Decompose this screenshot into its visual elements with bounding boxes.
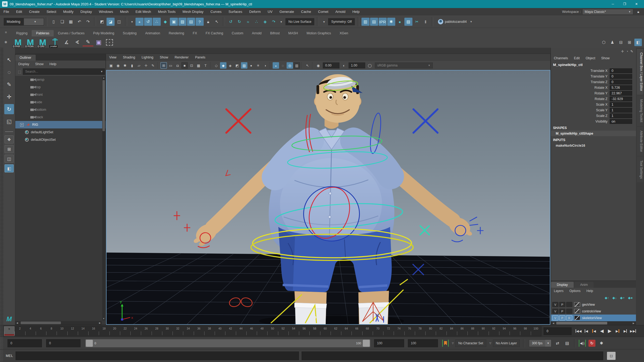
viewport-3d-view[interactable]: y x persp <box>106 70 550 325</box>
scroll-left-icon[interactable]: ◀ <box>551 322 555 324</box>
menu-file[interactable]: File <box>0 10 13 14</box>
menu-uv[interactable]: UV <box>264 10 276 14</box>
channel-row[interactable]: Rotate Z-32.929 <box>551 96 636 102</box>
workspace-dropdown[interactable]: Maya Classic* ▼ <box>582 9 633 15</box>
layer-visibility-toggle[interactable]: V <box>552 309 558 314</box>
panel-grip[interactable] <box>0 325 3 337</box>
snap-to-curve-icon[interactable]: ↺ <box>144 18 152 26</box>
layer-name[interactable]: geoView <box>582 303 595 306</box>
constraint-arrow-icon-2[interactable]: ∢ <box>72 38 83 47</box>
menu-help[interactable]: Help <box>349 10 363 14</box>
time-tick[interactable]: 24 <box>130 326 141 336</box>
shelf-tab-poly-modeling[interactable]: Poly Modeling <box>89 30 119 36</box>
gamma-field[interactable]: 1.00 <box>349 62 365 68</box>
time-tick[interactable]: 68 <box>362 326 373 336</box>
time-tick[interactable]: 44 <box>236 326 246 336</box>
vertical-scrollbar[interactable]: ▲ ▼ <box>102 76 105 320</box>
time-tick[interactable]: 38 <box>204 326 215 336</box>
menu-mesh[interactable]: Mesh <box>116 10 132 14</box>
render-current-frame-icon[interactable]: ▤ <box>370 18 378 26</box>
paint-skin-weights-icon[interactable]: ✎ <box>83 38 93 46</box>
fps-dropdown[interactable]: 300 fps ▼ <box>529 339 551 347</box>
outliner-item-bottom[interactable]: bottom <box>15 106 105 113</box>
isolate-select-icon[interactable]: ◎ <box>287 62 293 69</box>
vp-menu-lighting[interactable]: Lighting <box>138 56 157 59</box>
pause-viewport-icon[interactable]: ‖ <box>422 18 430 26</box>
tab-tool-settings[interactable]: Tool Settings <box>637 157 643 183</box>
ipr-render-icon[interactable]: IPR <box>379 18 387 26</box>
menu-windows[interactable]: Windows <box>95 10 116 14</box>
channel-key-icon[interactable]: ✎ <box>630 49 633 53</box>
animation-start-field[interactable]: 0 <box>8 339 42 347</box>
channel-row[interactable]: Translate Y0 <box>551 73 636 79</box>
time-tick[interactable]: 28 <box>152 326 162 336</box>
time-tick[interactable]: 90 <box>478 326 488 336</box>
undo-icon[interactable]: ↶ <box>75 18 83 26</box>
minimize-button[interactable]: ─ <box>608 1 618 7</box>
dashed-box-icon[interactable]: + <box>106 39 113 46</box>
time-tick[interactable]: 96 <box>510 326 520 336</box>
shelf-item-jamm[interactable]: ⍑ JAMM <box>49 37 61 48</box>
time-tick[interactable]: 46 <box>246 326 257 336</box>
chevron-down-icon[interactable]: ▾ <box>278 18 284 26</box>
time-tick[interactable]: 80 <box>425 326 436 336</box>
script-editor-icon[interactable]: {;} <box>607 352 616 360</box>
save-scene-icon[interactable]: ▦ <box>67 18 75 26</box>
layer-name[interactable]: skeletonView <box>582 316 602 320</box>
humanik-toggle-icon[interactable]: ♟ <box>609 39 616 46</box>
time-tick[interactable]: 84 <box>447 326 457 336</box>
go-to-start-button[interactable]: ◀◀ <box>575 327 582 335</box>
time-tick[interactable]: 20 <box>109 326 120 336</box>
viewport-cursor-icon[interactable]: ↖ <box>304 62 311 69</box>
le-menu-help[interactable]: Help <box>583 289 596 293</box>
tab-attribute-editor[interactable]: Attribute Editor <box>637 127 643 156</box>
channel-value[interactable]: 0 <box>610 74 632 79</box>
exposure-icon[interactable]: ◉ <box>315 62 321 69</box>
input-node-row[interactable]: makeNurbCircle16 <box>551 143 636 148</box>
lasso-select-tool[interactable]: ◌ <box>4 67 14 77</box>
time-tick[interactable]: 56 <box>299 326 309 336</box>
panel-grip[interactable] <box>0 349 3 362</box>
move-tool[interactable]: ✛ <box>4 92 14 102</box>
channel-row[interactable]: Scale X1 <box>551 102 636 107</box>
menu-curves[interactable]: Curves <box>207 10 225 14</box>
select-object-icon[interactable]: ◪ <box>107 18 115 26</box>
smooth-shade-icon[interactable]: ◆ <box>220 62 226 69</box>
menu-edit-mesh[interactable]: Edit Mesh <box>132 10 155 14</box>
select-camera-icon[interactable]: ▣ <box>108 62 114 69</box>
channel-value[interactable]: 5.726 <box>610 85 632 90</box>
shelf-item-dpoin[interactable]: M D POIN <box>24 37 36 48</box>
vp-menu-panels[interactable]: Panels <box>192 56 208 59</box>
cb-menu-object[interactable]: Object <box>583 56 598 60</box>
time-tick[interactable]: 36 <box>194 326 204 336</box>
shelf-tab-motion-graphics[interactable]: Motion Graphics <box>302 30 335 36</box>
menu-modify[interactable]: Modify <box>60 10 77 14</box>
time-tick[interactable]: 2 <box>14 326 25 336</box>
scroll-right-icon[interactable]: ▶ <box>632 322 635 324</box>
time-tick[interactable]: 86 <box>457 326 467 336</box>
vp-menu-renderer[interactable]: Renderer <box>171 56 192 59</box>
layer-color-swatch[interactable] <box>574 316 580 320</box>
scrollbar-thumb[interactable] <box>556 322 607 324</box>
layer-playback-toggle[interactable]: P <box>559 302 565 307</box>
vp-menu-view[interactable]: View <box>106 56 120 59</box>
time-tick[interactable]: 64 <box>341 326 352 336</box>
layer-row-geoview[interactable]: V P geoView <box>551 301 636 308</box>
playback-start-field[interactable]: 0 <box>46 339 80 347</box>
scroll-down-icon[interactable]: ▼ <box>102 317 105 320</box>
menu-set-dropdown[interactable]: Modeling ▼ <box>4 18 44 25</box>
step-forward-key-button[interactable]: ▶ <box>614 327 621 335</box>
shelf-tab-xgen[interactable]: XGen <box>335 30 352 36</box>
channel-row[interactable]: Visibilityon <box>551 119 636 124</box>
current-frame-field[interactable]: 0 <box>544 327 572 335</box>
time-tick[interactable]: 18 <box>99 326 109 336</box>
time-tick[interactable]: 98 <box>520 326 530 336</box>
shadows-icon[interactable]: ◑ <box>262 62 268 69</box>
move-layer-up-icon[interactable]: ◆↑ <box>605 296 609 300</box>
time-tick[interactable]: 8 <box>46 326 57 336</box>
shelf-tab-curves-surfaces[interactable]: Curves / Surfaces <box>54 30 89 36</box>
shelf-tab-pableras[interactable]: Pableras <box>32 30 53 36</box>
shelf-tab-sculpting[interactable]: Sculpting <box>119 30 141 36</box>
time-tick[interactable]: 88 <box>467 326 478 336</box>
outliner-tab[interactable]: Outliner <box>15 55 36 61</box>
